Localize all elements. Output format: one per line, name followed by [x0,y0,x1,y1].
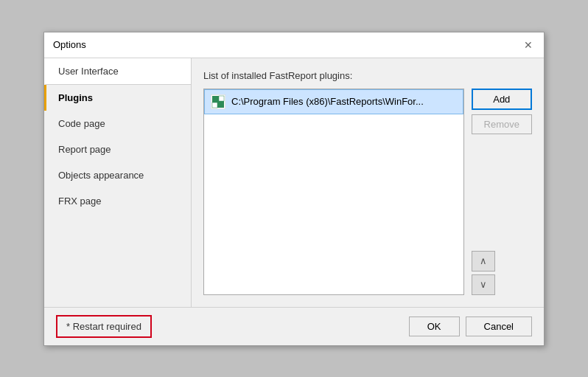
list-label: List of installed FastReport plugins: [203,70,532,81]
sidebar-item-objects-appearance[interactable]: Objects appearance [44,162,191,188]
plugin-list[interactable]: C:\Program Files (x86)\FastReports\WinFo… [203,89,464,295]
plugin-section: C:\Program Files (x86)\FastReports\WinFo… [203,89,532,295]
sidebar-item-plugins[interactable]: Plugins [44,85,191,111]
plugin-icon [211,94,225,109]
close-button[interactable]: ✕ [522,38,535,52]
sidebar-item-code-page[interactable]: Code page [44,111,191,136]
title-bar: Options ✕ [44,32,544,58]
footer-area: * Restart required OK Cancel [44,307,544,345]
restart-notice: * Restart required [56,315,152,338]
plugin-path: C:\Program Files (x86)\FastReports\WinFo… [231,96,424,107]
svg-rect-2 [217,101,224,108]
action-buttons: Add Remove ∧ ∨ [472,89,532,295]
sidebar-item-user-interface[interactable]: User Interface [44,58,191,85]
remove-button[interactable]: Remove [472,114,532,134]
svg-rect-4 [219,96,224,101]
arrow-down-icon: ∨ [480,279,487,290]
svg-rect-3 [212,103,217,108]
cancel-button[interactable]: Cancel [466,317,532,336]
sidebar-item-frx-page[interactable]: FRX page [44,188,191,214]
arrow-up-icon: ∧ [480,255,487,266]
arrow-button-group: ∧ ∨ [472,251,532,295]
content-area: List of installed FastReport plugins: C:… [192,58,544,307]
footer-buttons: OK Cancel [409,317,532,336]
dialog-body: User Interface Plugins Code page Report … [44,58,544,307]
sidebar-item-report-page[interactable]: Report page [44,136,191,162]
plugin-item[interactable]: C:\Program Files (x86)\FastReports\WinFo… [204,89,463,114]
options-dialog: Options ✕ User Interface Plugins Code pa… [43,32,545,346]
sidebar: User Interface Plugins Code page Report … [44,58,192,307]
ok-button[interactable]: OK [409,317,460,336]
move-down-button[interactable]: ∨ [472,274,495,295]
add-button[interactable]: Add [472,89,532,110]
dialog-title: Options [53,39,86,50]
move-up-button[interactable]: ∧ [472,251,495,271]
